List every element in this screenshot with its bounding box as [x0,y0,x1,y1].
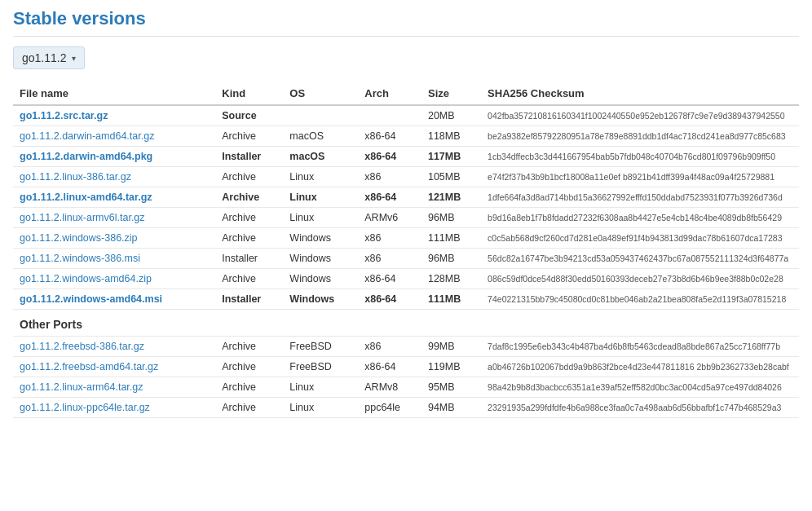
filename-link[interactable]: go1.11.2.freebsd-386.tar.gz [20,341,144,352]
col-filename: File name [13,82,215,105]
cell-size: 119MB [421,357,481,377]
filename-link[interactable]: go1.11.2.windows-amd64.zip [20,273,152,284]
filename-link[interactable]: go1.11.2.windows-386.zip [20,232,138,244]
other-ports-header: Other Ports [13,310,799,337]
cell-kind: Installer [215,249,283,269]
filename-link[interactable]: go1.11.2.linux-ppc64le.tar.gz [20,402,150,413]
cell-kind: Archive [215,208,283,228]
table-header-row: File name Kind OS Arch Size SHA256 Check… [13,82,799,105]
cell-size: 111MB [421,289,481,310]
cell-arch: x86-64 [358,269,421,289]
table-row: go1.11.2.darwin-amd64.tar.gzArchivemacOS… [13,126,799,147]
chevron-down-icon: ▾ [72,54,76,63]
cell-checksum: 042fba357210816160341f1002440550e952eb12… [481,105,799,126]
cell-checksum: 74e0221315bb79c45080cd0c81bbe046ab2a21be… [481,289,799,310]
filename-link[interactable]: go1.11.2.freebsd-amd64.tar.gz [20,361,158,372]
cell-kind: Installer [215,289,283,310]
other-ports-label: Other Ports [13,310,799,337]
cell-size: 95MB [421,377,481,398]
cell-filename: go1.11.2.linux-armv6l.tar.gz [13,208,215,228]
cell-os: Linux [283,167,358,187]
cell-checksum: a0b46726b102067bdd9a9b863f2bce4d23e44781… [481,357,799,377]
cell-filename: go1.11.2.src.tar.gz [13,105,215,126]
cell-arch: x86-64 [358,187,421,208]
cell-size: 128MB [421,269,481,289]
filename-link[interactable]: go1.11.2.src.tar.gz [20,110,108,121]
cell-kind: Installer [215,147,283,167]
filename-link[interactable]: go1.11.2.linux-amd64.tar.gz [20,192,152,203]
table-row: go1.11.2.linux-arm64.tar.gzArchiveLinuxA… [13,377,799,398]
cell-kind: Archive [215,187,283,208]
table-row: go1.11.2.linux-386.tar.gzArchiveLinuxx86… [13,167,799,187]
col-size: Size [421,82,481,105]
cell-checksum: 086c59df0dce54d88f30edd50160393deceb27e7… [481,269,799,289]
table-row: go1.11.2.windows-386.msiInstallerWindows… [13,249,799,269]
cell-kind: Archive [215,377,283,398]
cell-arch: x86-64 [358,289,421,310]
cell-arch: x86-64 [358,126,421,147]
cell-size: 20MB [421,105,481,126]
cell-os: Linux [283,208,358,228]
cell-filename: go1.11.2.linux-amd64.tar.gz [13,187,215,208]
filename-link[interactable]: go1.11.2.windows-386.msi [20,253,140,264]
version-label: go1.11.2 [22,51,67,64]
cell-arch: x86 [358,249,421,269]
cell-size: 99MB [421,337,481,357]
cell-filename: go1.11.2.freebsd-386.tar.gz [13,337,215,357]
cell-arch: ARMv6 [358,208,421,228]
cell-arch: ppc64le [358,398,421,418]
cell-os: Linux [283,377,358,398]
col-arch: Arch [358,82,421,105]
cell-os: Windows [283,249,358,269]
cell-kind: Archive [215,269,283,289]
table-row: go1.11.2.windows-amd64.zipArchiveWindows… [13,269,799,289]
cell-checksum: 7daf8c1995e6eb343c4b487ba4d6b8fb5463cdea… [481,337,799,357]
cell-kind: Archive [215,398,283,418]
cell-checksum: b9d16a8eb1f7b8fdadd27232f6308aa8b4427e5e… [481,208,799,228]
cell-arch: x86 [358,337,421,357]
cell-os: Windows [283,289,358,310]
filename-link[interactable]: go1.11.2.darwin-amd64.tar.gz [20,130,154,142]
cell-filename: go1.11.2.linux-386.tar.gz [13,167,215,187]
cell-checksum: be2a9382ef85792280951a78e789e8891ddb1df4… [481,126,799,147]
cell-os: Linux [283,187,358,208]
cell-arch: x86-64 [358,357,421,377]
cell-checksum: 23291935a299fdfdfe4b6a988ce3faa0c7a498aa… [481,398,799,418]
cell-filename: go1.11.2.windows-amd64.zip [13,269,215,289]
table-row: go1.11.2.linux-ppc64le.tar.gzArchiveLinu… [13,398,799,418]
cell-arch: ARMv8 [358,377,421,398]
cell-filename: go1.11.2.windows-amd64.msi [13,289,215,310]
version-selector[interactable]: go1.11.2 ▾ [13,46,85,69]
cell-os: FreeBSD [283,357,358,377]
filename-link[interactable]: go1.11.2.linux-armv6l.tar.gz [20,212,145,223]
cell-os [283,105,358,126]
cell-os: Windows [283,228,358,249]
col-os: OS [283,82,358,105]
cell-kind: Archive [215,357,283,377]
table-row: go1.11.2.linux-amd64.tar.gzArchiveLinuxx… [13,187,799,208]
cell-os: macOS [283,147,358,167]
cell-size: 94MB [421,398,481,418]
filename-link[interactable]: go1.11.2.linux-386.tar.gz [20,171,131,183]
filename-link[interactable]: go1.11.2.linux-arm64.tar.gz [20,381,143,393]
cell-os: Linux [283,398,358,418]
col-kind: Kind [215,82,283,105]
cell-kind: Archive [215,167,283,187]
cell-size: 105MB [421,167,481,187]
cell-filename: go1.11.2.linux-ppc64le.tar.gz [13,398,215,418]
cell-size: 118MB [421,126,481,147]
col-checksum: SHA256 Checksum [481,82,799,105]
table-row: go1.11.2.darwin-amd64.pkgInstallermacOSx… [13,147,799,167]
page-title: Stable versions [13,8,799,37]
filename-link[interactable]: go1.11.2.windows-amd64.msi [20,293,162,305]
table-row: go1.11.2.windows-amd64.msiInstallerWindo… [13,289,799,310]
cell-filename: go1.11.2.windows-386.zip [13,228,215,249]
cell-filename: go1.11.2.freebsd-amd64.tar.gz [13,357,215,377]
cell-checksum: 1cb34dffecb3c3d441667954bab5b7fdb048c407… [481,147,799,167]
cell-arch: x86-64 [358,147,421,167]
cell-size: 121MB [421,187,481,208]
downloads-table: File name Kind OS Arch Size SHA256 Check… [13,82,799,418]
cell-size: 111MB [421,228,481,249]
filename-link[interactable]: go1.11.2.darwin-amd64.pkg [20,151,152,162]
table-row: go1.11.2.freebsd-386.tar.gzArchiveFreeBS… [13,337,799,357]
